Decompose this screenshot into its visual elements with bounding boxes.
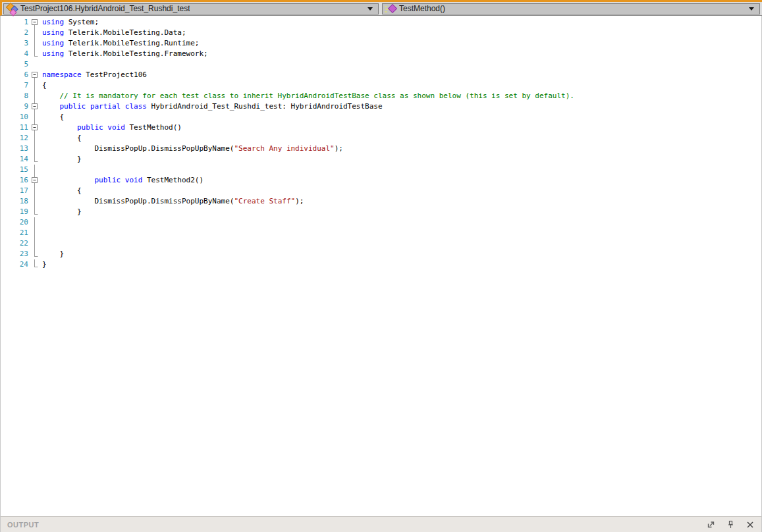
code-text: } <box>42 154 761 165</box>
fold-guide <box>28 112 42 122</box>
code-line[interactable]: 1using System; <box>1 17 761 28</box>
line-number: 22 <box>1 238 28 249</box>
fold-guide <box>28 238 42 249</box>
fold-guide <box>28 217 42 228</box>
code-lines-container: 1using System;2using Telerik.MobileTesti… <box>1 17 761 270</box>
code-text: using Telerik.MobileTesting.Data; <box>42 28 761 38</box>
code-line[interactable]: 3using Telerik.MobileTesting.Runtime; <box>1 38 761 49</box>
code-text: using Telerik.MobileTesting.Runtime; <box>42 38 761 49</box>
line-number: 18 <box>1 196 28 207</box>
fold-guide <box>28 59 42 70</box>
fold-collapse-marker[interactable] <box>28 122 42 133</box>
code-text: namespace TestProject106 <box>42 70 761 80</box>
code-line[interactable]: 14 } <box>1 154 761 165</box>
line-number: 4 <box>1 49 28 59</box>
pin-icon[interactable] <box>726 520 735 529</box>
fold-guide <box>28 144 42 154</box>
code-line[interactable]: 8 // It is mandatory for each test class… <box>1 91 761 101</box>
fold-guide <box>28 165 42 175</box>
fold-guide <box>28 259 42 270</box>
code-line[interactable]: 24} <box>1 259 761 270</box>
code-text <box>42 217 761 228</box>
line-number: 9 <box>1 101 28 112</box>
fold-guide <box>28 154 42 165</box>
line-number: 19 <box>1 207 28 217</box>
line-number: 17 <box>1 186 28 196</box>
code-line[interactable]: 2using Telerik.MobileTesting.Data; <box>1 28 761 38</box>
chevron-down-icon[interactable] <box>749 7 754 11</box>
code-line[interactable]: 15 <box>1 165 761 175</box>
code-text: public partial class HybridAndroid_Test_… <box>42 101 761 112</box>
line-number: 5 <box>1 59 28 70</box>
fold-guide <box>28 80 42 91</box>
fold-guide <box>28 196 42 207</box>
code-line[interactable]: 18 DismissPopUp.DismissPopUpByName("Crea… <box>1 196 761 207</box>
line-number: 23 <box>1 249 28 259</box>
code-text: } <box>42 207 761 217</box>
code-text <box>42 165 761 175</box>
line-number: 1 <box>1 17 28 28</box>
method-dropdown[interactable]: TestMethod() <box>382 3 760 14</box>
code-text: // It is mandatory for each test class t… <box>42 91 761 101</box>
code-line[interactable]: 17 { <box>1 186 761 196</box>
code-line[interactable]: 19 } <box>1 207 761 217</box>
output-panel-buttons <box>706 520 755 529</box>
code-line[interactable]: 5 <box>1 59 761 70</box>
code-text: using System; <box>42 17 761 28</box>
code-text: { <box>42 112 761 122</box>
fold-collapse-marker[interactable] <box>28 17 42 28</box>
code-line[interactable]: 6namespace TestProject106 <box>1 70 761 80</box>
restore-icon[interactable] <box>706 520 715 529</box>
fold-guide <box>28 186 42 196</box>
code-line[interactable]: 23 } <box>1 249 761 259</box>
method-icon <box>385 3 396 14</box>
close-icon[interactable] <box>746 520 755 529</box>
code-editor-window: TestProject106.HybridAndroid_Test_Rushdi… <box>0 0 762 532</box>
code-text: public void TestMethod2() <box>42 175 761 186</box>
fold-collapse-marker[interactable] <box>28 70 42 80</box>
code-line[interactable]: 9 public partial class HybridAndroid_Tes… <box>1 101 761 112</box>
line-number: 3 <box>1 38 28 49</box>
line-number: 21 <box>1 228 28 238</box>
code-text: public void TestMethod() <box>42 122 761 133</box>
line-number: 11 <box>1 122 28 133</box>
code-text: { <box>42 133 761 144</box>
code-text <box>42 59 761 70</box>
code-text <box>42 228 761 238</box>
fold-collapse-marker[interactable] <box>28 101 42 112</box>
class-dropdown[interactable]: TestProject106.HybridAndroid_Test_Rushdi… <box>3 3 379 14</box>
line-number: 7 <box>1 80 28 91</box>
line-number: 2 <box>1 28 28 38</box>
code-line[interactable]: 21 <box>1 228 761 238</box>
fold-collapse-marker[interactable] <box>28 175 42 186</box>
line-number: 6 <box>1 70 28 80</box>
line-number: 8 <box>1 91 28 101</box>
code-line[interactable]: 10 { <box>1 112 761 122</box>
line-number: 16 <box>1 175 28 186</box>
fold-guide <box>28 207 42 217</box>
fold-guide <box>28 38 42 49</box>
fold-guide <box>28 228 42 238</box>
code-line[interactable]: 11 public void TestMethod() <box>1 122 761 133</box>
code-line[interactable]: 7{ <box>1 80 761 91</box>
fold-guide <box>28 249 42 259</box>
line-number: 14 <box>1 154 28 165</box>
code-line[interactable]: 4using Telerik.MobileTesting.Framework; <box>1 49 761 59</box>
code-text: { <box>42 186 761 196</box>
code-line[interactable]: 16 public void TestMethod2() <box>1 175 761 186</box>
code-text: using Telerik.MobileTesting.Framework; <box>42 49 761 59</box>
code-text <box>42 238 761 249</box>
code-line[interactable]: 13 DismissPopUp.DismissPopUpByName("Sear… <box>1 144 761 154</box>
fold-guide <box>28 133 42 144</box>
output-panel-header[interactable]: OUTPUT <box>0 516 762 532</box>
chevron-down-icon[interactable] <box>367 7 373 11</box>
code-line[interactable]: 20 <box>1 217 761 228</box>
code-text: } <box>42 259 761 270</box>
line-number: 12 <box>1 133 28 144</box>
code-line[interactable]: 12 { <box>1 133 761 144</box>
code-line[interactable]: 22 <box>1 238 761 249</box>
method-dropdown-label: TestMethod() <box>399 4 445 13</box>
code-editor[interactable]: 1using System;2using Telerik.MobileTesti… <box>0 16 762 516</box>
code-text: } <box>42 249 761 259</box>
line-number: 24 <box>1 259 28 270</box>
